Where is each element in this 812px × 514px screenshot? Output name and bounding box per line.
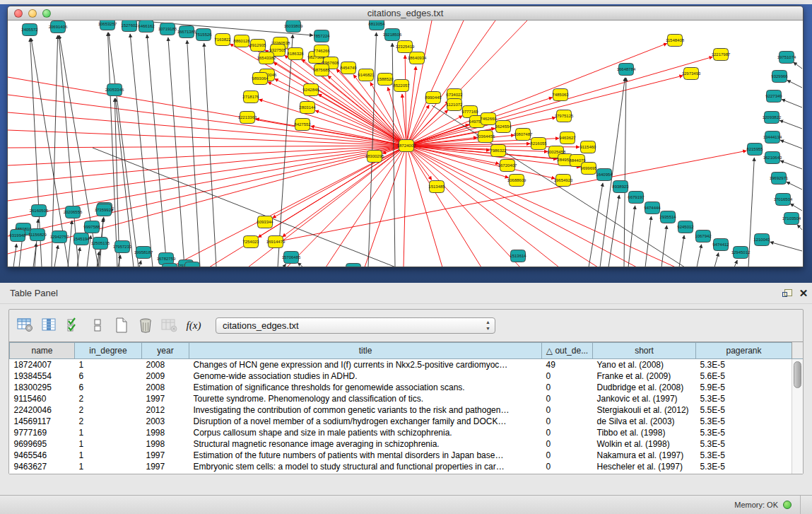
graph-node[interactable]: 19958187 [134,247,153,259]
graph-node[interactable]: 1121072 [447,99,464,111]
graph-node[interactable]: 1640954 [596,169,613,181]
table-cell[interactable]: 0 [542,404,593,416]
table-cell[interactable]: 5.3E-5 [696,359,792,370]
table-row[interactable]: 946362711997Embryonic stem cells: a mode… [10,461,792,472]
table-row[interactable]: 1456911722003Disruption of a novel membe… [10,416,792,427]
graph-node[interactable]: 7746266 [313,45,330,57]
table-cell[interactable]: 0 [542,450,593,461]
graph-node[interactable]: 12325419 [396,41,415,53]
graph-node[interactable]: 1513485 [428,181,445,193]
graph-node[interactable]: 1588520 [377,74,394,86]
table-cell[interactable]: 6 [75,370,142,382]
table-cell[interactable]: 2 [75,393,142,404]
table-cell[interactable]: 5.3E-5 [696,393,792,404]
table-cell[interactable]: 5.3E-5 [696,416,792,427]
table-cell[interactable]: Yano et al. (2008) [593,359,696,370]
graph-node[interactable]: 10719185 [158,23,177,35]
graph-edge[interactable] [109,33,139,267]
graph-node[interactable]: 19218506 [383,29,402,41]
vertical-scrollbar[interactable] [792,359,803,474]
graph-node[interactable]: 6466162 [138,21,155,33]
graph-node[interactable]: 7462660 [480,113,497,125]
graph-node[interactable]: 2935514 [659,211,676,223]
graph-node[interactable]: 834502 [185,262,200,267]
network-graph-svg[interactable]: 1872400718300295716382288601288912935222… [8,21,803,267]
graph-node[interactable]: 11156829 [28,229,47,241]
graph-node[interactable]: 9474412 [712,239,729,251]
table-cell[interactable]: Dudbridge et al. (2008) [593,382,696,393]
graph-node[interactable]: 16648784 [617,64,636,76]
graph-node[interactable]: 9463627 [559,132,576,144]
graph-node[interactable]: 26160505 [30,205,49,217]
graph-node[interactable]: 2803144 [299,102,316,114]
graph-node[interactable]: 17103504 [782,213,801,225]
graph-node[interactable]: 10653257 [98,21,117,30]
table-cell[interactable]: 2003 [142,416,189,427]
graph-node[interactable]: 20053346 [105,84,124,96]
table-cell[interactable]: Genome-wide association studies in ADHD. [189,370,542,382]
graph-edge[interactable] [697,245,702,267]
table-cell[interactable]: 6 [75,382,142,393]
table-cell[interactable]: 1 [75,450,142,461]
table-cell[interactable]: Tibbo et al. (1998) [593,427,696,438]
table-cell[interactable]: Wolkin et al. (1998) [593,438,696,450]
graph-edge[interactable] [780,160,802,169]
table-row[interactable]: 969969511998Structural magnetic resonanc… [10,438,792,450]
graph-edge[interactable] [147,35,167,267]
table-cell[interactable]: Estimation of the future numbers of pati… [189,450,542,461]
graph-node[interactable]: 7485063 [552,89,569,101]
graph-node[interactable]: 10807487 [514,129,533,141]
graph-edge[interactable] [404,146,406,267]
table-cell[interactable]: Embryonic stem cells: a model to study s… [189,461,542,472]
table-cell[interactable]: 2009 [142,370,189,382]
table-row[interactable]: 946554611997Estimation of the future num… [10,450,792,461]
graph-edge[interactable] [608,195,619,267]
table-cell[interactable]: 5.3E-5 [696,438,792,450]
graph-node[interactable]: 8912935 [249,40,266,52]
table-cell[interactable]: 5.6E-5 [696,370,792,382]
graph-edge[interactable] [130,34,153,267]
graph-node[interactable]: 1892450 [345,264,362,267]
graph-edge[interactable] [645,216,652,267]
table-cell[interactable]: 5.3E-5 [696,461,792,472]
graph-node[interactable]: 9329966 [771,71,788,83]
table-cell[interactable]: 5.3E-5 [696,450,792,461]
import-table-button[interactable] [158,314,182,337]
graph-node[interactable]: 12213363 [238,112,257,124]
table-cell[interactable]: 9465546 [10,450,75,461]
table-cell[interactable]: 1 [75,438,142,450]
graph-edge[interactable] [787,80,802,88]
table-cell[interactable]: 9777169 [10,427,75,438]
column-visibility-button[interactable] [37,314,61,337]
table-cell[interactable]: 1997 [142,393,189,404]
graph-edge[interactable] [54,245,58,267]
graph-node[interactable]: 11548408 [666,35,685,47]
graph-node[interactable]: 19654923 [554,175,573,187]
graph-node[interactable]: 1513614 [510,250,526,262]
table-cell[interactable]: Estimation of significance thresholds fo… [189,382,542,393]
table-cell[interactable]: 0 [542,438,593,450]
table-cell[interactable]: Investigating the contribution of common… [189,404,542,416]
column-header-title[interactable]: title [189,343,542,359]
graph-node[interactable]: 6093344 [257,216,273,228]
graph-edge[interactable] [8,146,406,165]
graph-edge[interactable] [168,37,184,267]
table-cell[interactable]: Corpus callosum shape and size in male p… [189,427,542,438]
graph-edge[interactable] [406,43,667,146]
graph-node[interactable]: 2405572 [21,24,38,36]
graph-node[interactable]: 9997588 [83,221,100,233]
graph-edge[interactable] [187,40,200,267]
graph-edge[interactable] [794,62,802,69]
table-cell[interactable]: 5.3E-5 [696,427,792,438]
table-cell[interactable]: 1 [75,359,142,370]
table-cell[interactable]: Jankovic et al. (1997) [593,393,696,404]
graph-edge[interactable] [139,261,141,267]
table-cell[interactable]: 1997 [142,461,189,472]
row-height-button[interactable] [86,314,110,337]
table-row[interactable]: 1872400712008Changes of HCN gene express… [10,359,792,370]
graph-node[interactable]: 9115460 [580,141,597,153]
graph-edge[interactable] [406,146,481,267]
graph-node[interactable]: 20206556 [64,206,83,218]
graph-edge[interactable] [779,120,802,129]
table-cell[interactable]: Franke et al. (2009) [593,370,696,382]
